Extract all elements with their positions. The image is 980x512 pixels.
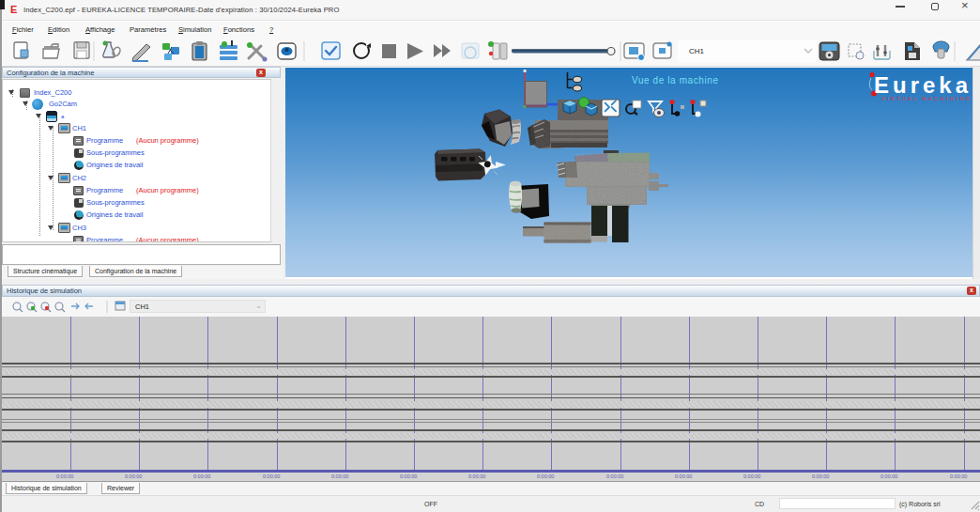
svg-text:VIRTUAL MACHINING: VIRTUAL MACHINING [881, 96, 972, 101]
svg-text:Eureka: Eureka [874, 72, 972, 98]
svg-text:CH1: CH1 [689, 47, 705, 55]
